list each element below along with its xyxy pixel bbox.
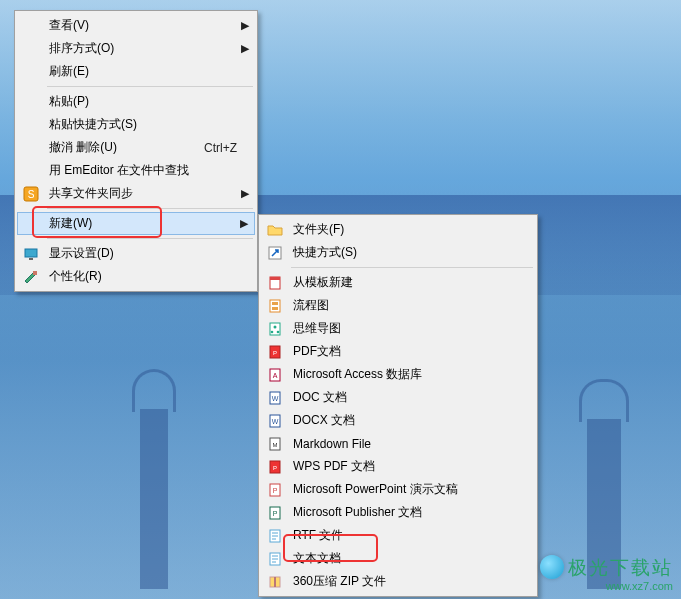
md-icon: M — [267, 436, 283, 452]
menu-item-label: DOC 文档 — [293, 389, 517, 406]
menu-item-undo-delete[interactable]: 撤消 删除(U) Ctrl+Z — [17, 136, 255, 159]
menu-item-label: RTF 文件 — [293, 527, 517, 544]
chevron-right-icon: ▶ — [241, 19, 249, 32]
svg-rect-3 — [29, 258, 33, 260]
menu-item-label: 撤消 删除(U) — [49, 139, 194, 156]
svg-point-14 — [277, 330, 280, 333]
svg-rect-11 — [270, 323, 280, 335]
menu-item-label: 流程图 — [293, 297, 517, 314]
menu-separator — [47, 238, 253, 239]
submenu-item-shortcut[interactable]: 快捷方式(S) — [261, 241, 535, 264]
menu-item-label: 刷新(E) — [49, 63, 237, 80]
mind-icon — [267, 321, 283, 337]
context-menu-new: 文件夹(F) 快捷方式(S) 从模板新建 流程图 思维导图 P PDF文档 A … — [258, 214, 538, 597]
zip-icon — [267, 574, 283, 590]
submenu-item-txt[interactable]: 文本文档 — [261, 547, 535, 570]
menu-item-label: 共享文件夹同步 — [49, 185, 237, 202]
svg-text:P: P — [273, 487, 278, 494]
pdf-icon: P — [267, 344, 283, 360]
menu-item-label: WPS PDF 文档 — [293, 458, 517, 475]
chevron-right-icon: ▶ — [241, 42, 249, 55]
watermark: 极光下载站 www.xz7.com — [540, 555, 673, 593]
menu-item-refresh[interactable]: 刷新(E) — [17, 60, 255, 83]
watermark-text: 极光下载站 — [568, 557, 673, 578]
menu-item-label: 文本文档 — [293, 550, 517, 567]
chevron-right-icon: ▶ — [241, 187, 249, 200]
flow-icon — [267, 298, 283, 314]
submenu-item-wpspdf[interactable]: P WPS PDF 文档 — [261, 455, 535, 478]
menu-item-label: 从模板新建 — [293, 274, 517, 291]
ppt-icon: P — [267, 482, 283, 498]
svg-text:S: S — [28, 189, 35, 200]
menu-item-new[interactable]: 新建(W) ▶ — [17, 212, 255, 235]
menu-item-label: Microsoft Access 数据库 — [293, 366, 517, 383]
shortcut-icon — [267, 245, 283, 261]
menu-item-label: 查看(V) — [49, 17, 237, 34]
menu-item-label: 思维导图 — [293, 320, 517, 337]
chevron-right-icon: ▶ — [240, 217, 248, 230]
menu-separator — [47, 208, 253, 209]
submenu-item-pub[interactable]: P Microsoft Publisher 文档 — [261, 501, 535, 524]
submenu-item-flow[interactable]: 流程图 — [261, 294, 535, 317]
svg-rect-7 — [270, 277, 280, 280]
doc-icon: W — [267, 390, 283, 406]
submenu-item-access[interactable]: A Microsoft Access 数据库 — [261, 363, 535, 386]
svg-point-12 — [274, 325, 277, 328]
menu-item-label: 粘贴快捷方式(S) — [49, 116, 237, 133]
menu-item-personalize[interactable]: 个性化(R) — [17, 265, 255, 288]
submenu-item-docx[interactable]: W DOCX 文档 — [261, 409, 535, 432]
svg-text:P: P — [273, 465, 277, 471]
submenu-item-zip[interactable]: 360压缩 ZIP 文件 — [261, 570, 535, 593]
svg-point-13 — [271, 330, 274, 333]
menu-item-emeditor[interactable]: 用 EmEditor 在文件中查找 — [17, 159, 255, 182]
submenu-item-ppt[interactable]: P Microsoft PowerPoint 演示文稿 — [261, 478, 535, 501]
menu-item-label: 快捷方式(S) — [293, 244, 517, 261]
submenu-item-mindmap[interactable]: 思维导图 — [261, 317, 535, 340]
svg-text:A: A — [273, 372, 278, 379]
svg-rect-2 — [25, 249, 37, 257]
svg-rect-9 — [272, 302, 278, 305]
menu-item-label: 粘贴(P) — [49, 93, 237, 110]
personalize-icon — [23, 269, 39, 285]
submenu-item-doc[interactable]: W DOC 文档 — [261, 386, 535, 409]
svg-rect-4 — [33, 271, 37, 275]
menu-item-label: DOCX 文档 — [293, 412, 517, 429]
watermark-url: www.xz7.com — [540, 580, 673, 593]
menu-item-label: 用 EmEditor 在文件中查找 — [49, 162, 237, 179]
menu-item-paste-shortcut[interactable]: 粘贴快捷方式(S) — [17, 113, 255, 136]
menu-separator — [291, 267, 533, 268]
menu-item-sort[interactable]: 排序方式(O) ▶ — [17, 37, 255, 60]
submenu-item-template[interactable]: 从模板新建 — [261, 271, 535, 294]
menu-item-label: Microsoft PowerPoint 演示文稿 — [293, 481, 517, 498]
svg-text:W: W — [272, 418, 279, 425]
menu-item-label: Microsoft Publisher 文档 — [293, 504, 517, 521]
background-shape — [140, 409, 168, 589]
menu-item-label: 排序方式(O) — [49, 40, 237, 57]
menu-item-label: 显示设置(D) — [49, 245, 237, 262]
menu-item-label: 新建(W) — [49, 215, 237, 232]
menu-separator — [47, 86, 253, 87]
svg-text:P: P — [273, 350, 277, 356]
menu-item-display[interactable]: 显示设置(D) — [17, 242, 255, 265]
submenu-item-md[interactable]: M Markdown File — [261, 432, 535, 455]
pub-icon: P — [267, 505, 283, 521]
svg-rect-10 — [272, 307, 278, 310]
rtf-icon — [267, 528, 283, 544]
submenu-item-rtf[interactable]: RTF 文件 — [261, 524, 535, 547]
svg-text:M: M — [273, 442, 278, 448]
menu-item-label: Markdown File — [293, 437, 517, 451]
menu-item-view[interactable]: 查看(V) ▶ — [17, 14, 255, 37]
submenu-item-pdf[interactable]: P PDF文档 — [261, 340, 535, 363]
menu-item-label: PDF文档 — [293, 343, 517, 360]
menu-item-paste[interactable]: 粘贴(P) — [17, 90, 255, 113]
docx-icon: W — [267, 413, 283, 429]
access-icon: A — [267, 367, 283, 383]
menu-item-sync[interactable]: S 共享文件夹同步 ▶ — [17, 182, 255, 205]
sync-icon: S — [23, 186, 39, 202]
svg-rect-34 — [274, 577, 276, 587]
txt-icon — [267, 551, 283, 567]
svg-text:W: W — [272, 395, 279, 402]
wpspdf-icon: P — [267, 459, 283, 475]
submenu-item-folder[interactable]: 文件夹(F) — [261, 218, 535, 241]
display-icon — [23, 246, 39, 262]
